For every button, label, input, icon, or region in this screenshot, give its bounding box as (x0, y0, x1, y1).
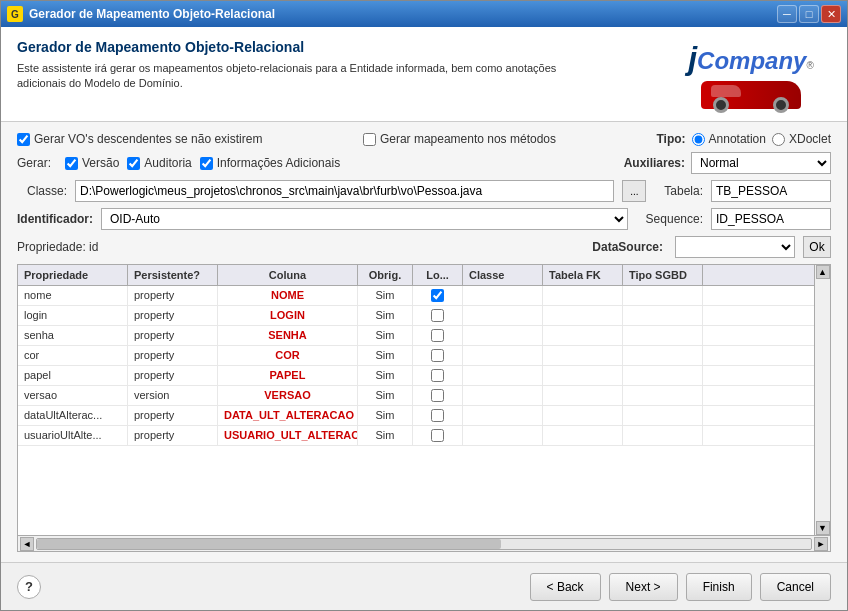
identificador-select[interactable]: OID-Auto Manual UUID (101, 208, 628, 230)
sequence-input[interactable] (711, 208, 831, 230)
td-coluna: DATA_ULT_ALTERACAO (218, 406, 358, 425)
table-row[interactable]: cor property COR Sim (18, 346, 814, 366)
lo-checkbox[interactable] (431, 329, 444, 342)
table-row[interactable]: senha property SENHA Sim (18, 326, 814, 346)
auxiliares-label: Auxiliares: (624, 156, 685, 170)
checkbox-versao-group: Versão (65, 156, 119, 170)
label-info-adicionais: Informações Adicionais (217, 156, 340, 170)
radio-xdoclet[interactable] (772, 133, 785, 146)
table-row[interactable]: usuarioUltAlte... property USUARIO_ULT_A… (18, 426, 814, 446)
lo-checkbox[interactable] (431, 369, 444, 382)
td-propriedade: usuarioUltAlte... (18, 426, 128, 445)
tabela-input[interactable] (711, 180, 831, 202)
td-propriedade: papel (18, 366, 128, 385)
table-body[interactable]: nome property NOME Sim login property LO… (18, 286, 814, 535)
table-header: Propriedade Persistente? Coluna Obrig. L… (18, 265, 814, 286)
ok-button[interactable]: Ok (803, 236, 831, 258)
td-lo[interactable] (413, 426, 463, 445)
label-auditoria: Auditoria (144, 156, 191, 170)
td-lo[interactable] (413, 326, 463, 345)
td-coluna: LOGIN (218, 306, 358, 325)
cancel-button[interactable]: Cancel (760, 573, 831, 601)
td-lo[interactable] (413, 386, 463, 405)
footer-left: ? (17, 575, 41, 599)
td-propriedade: versao (18, 386, 128, 405)
lo-checkbox[interactable] (431, 349, 444, 362)
properties-table: Propriedade Persistente? Coluna Obrig. L… (17, 264, 831, 552)
lo-checkbox[interactable] (431, 429, 444, 442)
classe-label: Classe: (17, 184, 67, 198)
td-lo[interactable] (413, 366, 463, 385)
checkbox-auditoria[interactable] (127, 157, 140, 170)
checkbox-gerar-vo[interactable] (17, 133, 30, 146)
td-lo[interactable] (413, 286, 463, 305)
td-propriedade: senha (18, 326, 128, 345)
td-tipo-sgbd (623, 406, 703, 425)
checkbox-info-adicionais[interactable] (200, 157, 213, 170)
close-button[interactable]: ✕ (821, 5, 841, 23)
sequence-label: Sequence: (646, 212, 703, 226)
th-lo: Lo... (413, 265, 463, 285)
td-tabela-fk (543, 346, 623, 365)
th-tipo-sgbd: Tipo SGBD (623, 265, 703, 285)
table-row[interactable]: dataUltAlterac... property DATA_ULT_ALTE… (18, 406, 814, 426)
td-coluna: USUARIO_ULT_ALTERAC... (218, 426, 358, 445)
td-tabela-fk (543, 286, 623, 305)
lo-checkbox[interactable] (431, 389, 444, 402)
classe-input[interactable] (75, 180, 614, 202)
window-icon: G (7, 6, 23, 22)
finish-button[interactable]: Finish (686, 573, 752, 601)
td-lo[interactable] (413, 346, 463, 365)
auxiliares-select[interactable]: Normal Extended Custom (691, 152, 831, 174)
browse-button[interactable]: ... (622, 180, 646, 202)
horizontal-scrollbar[interactable]: ◄ ► (18, 535, 830, 551)
maximize-button[interactable]: □ (799, 5, 819, 23)
td-tipo-sgbd (623, 366, 703, 385)
radio-annotation-group: Annotation (692, 132, 766, 146)
td-obrig: Sim (358, 406, 413, 425)
td-coluna: VERSAO (218, 386, 358, 405)
td-tabela-fk (543, 306, 623, 325)
table-row[interactable]: nome property NOME Sim (18, 286, 814, 306)
td-classe (463, 386, 543, 405)
td-tipo-sgbd (623, 386, 703, 405)
td-persistente: property (128, 306, 218, 325)
checkbox-info-adicionais-group: Informações Adicionais (200, 156, 340, 170)
td-tabela-fk (543, 426, 623, 445)
th-persistente: Persistente? (128, 265, 218, 285)
td-tabela-fk (543, 406, 623, 425)
td-lo[interactable] (413, 406, 463, 425)
title-bar-buttons: ─ □ ✕ (777, 5, 841, 23)
tabela-label: Tabela: (664, 184, 703, 198)
table-inner: Propriedade Persistente? Coluna Obrig. L… (18, 265, 814, 535)
td-persistente: property (128, 326, 218, 345)
minimize-button[interactable]: ─ (777, 5, 797, 23)
tipo-label: Tipo: (656, 132, 685, 146)
table-row[interactable]: versao version VERSAO Sim (18, 386, 814, 406)
next-button[interactable]: Next > (609, 573, 678, 601)
content-area: Gerador de Mapeamento Objeto-Relacional … (1, 27, 847, 610)
lo-checkbox[interactable] (431, 309, 444, 322)
td-lo[interactable] (413, 306, 463, 325)
th-tabela-fk: Tabela FK (543, 265, 623, 285)
lo-checkbox[interactable] (431, 409, 444, 422)
table-row[interactable]: papel property PAPEL Sim (18, 366, 814, 386)
lo-checkbox[interactable] (431, 289, 444, 302)
back-button[interactable]: < Back (530, 573, 601, 601)
td-obrig: Sim (358, 366, 413, 385)
td-persistente: property (128, 366, 218, 385)
td-obrig: Sim (358, 426, 413, 445)
vertical-scrollbar[interactable]: ▲ ▼ (814, 265, 830, 535)
td-classe (463, 406, 543, 425)
table-row[interactable]: login property LOGIN Sim (18, 306, 814, 326)
main-window: G Gerador de Mapeamento Objeto-Relaciona… (0, 0, 848, 611)
checkbox-versao[interactable] (65, 157, 78, 170)
datasource-select[interactable] (675, 236, 795, 258)
radio-annotation[interactable] (692, 133, 705, 146)
checkbox-gerar-mapeamento[interactable] (363, 133, 376, 146)
checkbox-gerar-vo-group: Gerar VO's descendentes se não existirem (17, 132, 262, 146)
help-button[interactable]: ? (17, 575, 41, 599)
radio-xdoclet-group: XDoclet (772, 132, 831, 146)
checkbox-auditoria-group: Auditoria (127, 156, 191, 170)
row-identificador: Identificador: OID-Auto Manual UUID Sequ… (17, 208, 831, 230)
